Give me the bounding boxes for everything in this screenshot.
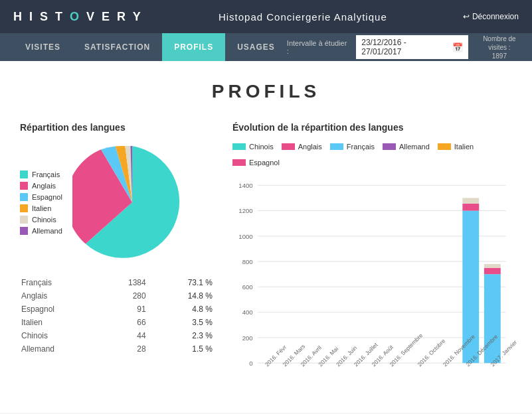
lang-allemand: Allemand (21, 343, 99, 355)
legend-item-allemand: Allemand (20, 227, 62, 235)
legend-label-allemand: Allemand (32, 227, 62, 235)
date-range-input[interactable]: 23/12/2016 - 27/01/2017 📅 (356, 35, 468, 59)
nav-item-profils[interactable]: PROFILS (162, 33, 225, 61)
visits-label: Nombre de (483, 35, 515, 42)
bar-dec-other (462, 198, 479, 204)
legend-label-chinois: Chinois (32, 216, 56, 224)
calendar-icon[interactable]: 📅 (452, 42, 463, 52)
visits-count: visites : 1897 (488, 44, 510, 60)
table-row: Espagnol 91 4.8 % (21, 303, 218, 315)
logout-button[interactable]: ↩ Déconnexion (463, 12, 519, 21)
legend-color-italien (20, 204, 28, 212)
bar-dec-anglais (462, 204, 479, 211)
y-label-200: 200 (242, 334, 253, 342)
pct-espagnol: 4.8 % (157, 303, 218, 315)
table-row: Italien 66 3.5 % (21, 316, 218, 328)
bar-legend-color-allemand (383, 143, 396, 150)
pct-chinois: 2.3 % (157, 330, 218, 342)
header: H I S T O V E R Y Histopad Conciergerie … (0, 0, 532, 33)
bar-legend-color-chinois (232, 143, 246, 150)
bar-section: Évolution de la répartition des langues … (232, 122, 512, 382)
count-anglais: 280 (100, 290, 156, 302)
lang-francais: Français (21, 277, 99, 289)
legend-item-francais: Français (20, 171, 62, 178)
bar-legend-espagnol: Espagnol (232, 159, 280, 167)
page-content: PROFILS Répartition des langues Français… (0, 61, 532, 413)
pct-anglais: 14.8 % (157, 290, 218, 302)
date-label: Intervalle à étudier : (287, 39, 351, 55)
pie-data-table: Français 1384 73.1 % Anglais 280 14.8 % … (20, 275, 219, 356)
legend-color-chinois (20, 216, 28, 224)
pct-francais: 73.1 % (157, 277, 218, 289)
count-chinois: 44 (100, 330, 156, 342)
nav: VISITES SATISFACTION PROFILS USAGES Inte… (0, 33, 532, 61)
bar-legend-label-italien: Italien (454, 143, 474, 151)
y-label-800: 800 (242, 258, 253, 265)
header-title: Histopad Conciergerie Analytique (219, 11, 387, 23)
legend-label-italien: Italien (32, 204, 51, 212)
bar-legend-anglais: Anglais (282, 143, 322, 151)
bar-legend-label-anglais: Anglais (298, 143, 322, 151)
pct-allemand: 1.5 % (157, 343, 218, 355)
pie-chart (72, 143, 192, 262)
y-label-400: 400 (242, 309, 253, 316)
legend-label-francais: Français (32, 171, 60, 178)
bar-legend-label-espagnol: Espagnol (249, 159, 280, 167)
page-title: PROFILS (20, 74, 512, 102)
pie-section: Répartition des langues Français Anglais… (20, 122, 219, 356)
logout-label: Déconnexion (472, 12, 519, 21)
pie-container: Français Anglais Espagnol Italien (20, 143, 219, 262)
bar-jan-other (484, 264, 501, 268)
count-italien: 66 (100, 316, 156, 328)
pct-italien: 3.5 % (157, 316, 218, 328)
y-label-0: 0 (249, 360, 252, 367)
logo-highlight: O (70, 10, 81, 23)
legend-item-espagnol: Espagnol (20, 193, 62, 201)
table-row: Chinois 44 2.3 % (21, 330, 218, 342)
logout-icon: ↩ (463, 12, 470, 21)
visits-info: Nombre de visites : 1897 (480, 34, 519, 60)
logo: H I S T O V E R Y (13, 10, 143, 24)
legend-color-espagnol (20, 193, 28, 201)
bar-legend-label-chinois: Chinois (249, 143, 274, 151)
nav-item-usages[interactable]: USAGES (225, 33, 287, 61)
pie-section-title: Répartition des langues (20, 122, 219, 133)
legend-color-francais (20, 171, 28, 178)
bar-legend-allemand: Allemand (383, 143, 430, 151)
legend-item-chinois: Chinois (20, 216, 62, 224)
pie-legend: Français Anglais Espagnol Italien (20, 171, 62, 235)
legend-label-anglais: Anglais (32, 182, 56, 190)
legend-label-espagnol: Espagnol (32, 193, 62, 201)
legend-item-anglais: Anglais (20, 182, 62, 190)
lang-chinois: Chinois (21, 330, 99, 342)
bar-legend-label-allemand: Allemand (399, 143, 430, 151)
bar-legend-color-francais (330, 143, 343, 150)
bar-section-title: Évolution de la répartition des langues (232, 122, 512, 133)
legend-item-italien: Italien (20, 204, 62, 212)
bar-legend-label-francais: Français (347, 143, 375, 151)
lang-espagnol: Espagnol (21, 303, 99, 315)
y-label-1200: 1200 (238, 207, 252, 214)
y-label-1400: 1400 (238, 182, 252, 189)
bar-legend-color-espagnol (232, 159, 246, 166)
legend-color-allemand (20, 227, 28, 235)
bar-legend-color-anglais (282, 143, 295, 150)
bar-chart: 0 200 400 600 800 1000 1200 1400 (232, 174, 512, 380)
y-label-600: 600 (242, 283, 253, 291)
count-espagnol: 91 (100, 303, 156, 315)
lang-anglais: Anglais (21, 290, 99, 302)
nav-item-visites[interactable]: VISITES (13, 33, 72, 61)
date-section: Intervalle à étudier : 23/12/2016 - 27/0… (287, 34, 519, 60)
bar-legend-francais: Français (330, 143, 375, 151)
y-label-1000: 1000 (238, 233, 252, 240)
bar-legend-chinois: Chinois (232, 143, 274, 151)
bar-legend: Chinois Anglais Français Allemand Italie… (232, 143, 512, 167)
bar-jan-anglais (484, 268, 501, 275)
table-row: Français 1384 73.1 % (21, 277, 218, 289)
bar-legend-italien: Italien (438, 143, 474, 151)
date-value: 23/12/2016 - 27/01/2017 (361, 38, 448, 56)
table-row: Anglais 280 14.8 % (21, 290, 218, 302)
table-row: Allemand 28 1.5 % (21, 343, 218, 355)
count-allemand: 28 (100, 343, 156, 355)
nav-item-satisfaction[interactable]: SATISFACTION (72, 33, 162, 61)
